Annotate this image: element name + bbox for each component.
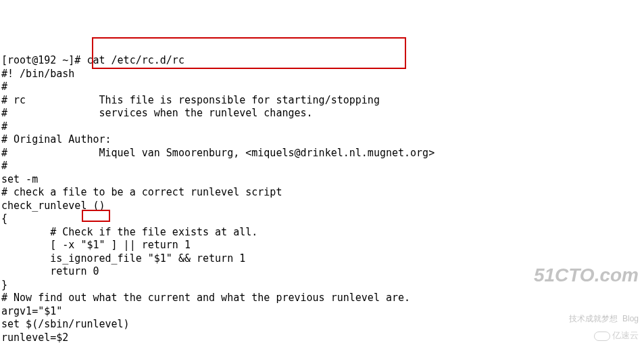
code-line: return 0: [1, 265, 644, 279]
shell-command: cat /etc/rc.d/rc: [86, 54, 184, 66]
code-line: set -m: [1, 173, 644, 187]
code-line: # rc This file is responsible for starti…: [1, 94, 644, 108]
code-line: runlevel=$2: [1, 331, 644, 344]
code-line: # Now find out what the current and what…: [1, 292, 644, 305]
code-line: # services when the runlevel changes.: [1, 107, 644, 120]
terminal-output: [root@192 ~]# cat /etc/rc.d/rc#! /bin/ba…: [1, 54, 644, 343]
code-line: # Check if the file exists at all.: [1, 226, 644, 239]
code-line: # check a file to be a correct runlevel …: [1, 186, 644, 200]
code-line: set $(/sbin/runlevel): [1, 318, 644, 331]
code-line: #: [1, 120, 644, 134]
code-line: # Original Author:: [1, 133, 644, 147]
code-line: # Miquel van Smoorenburg, <miquels@drink…: [1, 147, 644, 160]
code-line: argv1="$1": [1, 305, 644, 319]
shell-prompt: [root@192 ~]#: [1, 54, 86, 66]
code-line: [ -x "$1" ] || return 1: [1, 239, 644, 252]
code-line: {: [1, 212, 644, 226]
code-line: }: [1, 279, 644, 292]
code-line: #! /bin/bash: [1, 68, 644, 81]
code-line: #: [1, 81, 644, 94]
code-line: #: [1, 160, 644, 173]
code-line: check_runlevel (): [1, 200, 644, 213]
code-line: is_ignored_file "$1" && return 1: [1, 252, 644, 266]
